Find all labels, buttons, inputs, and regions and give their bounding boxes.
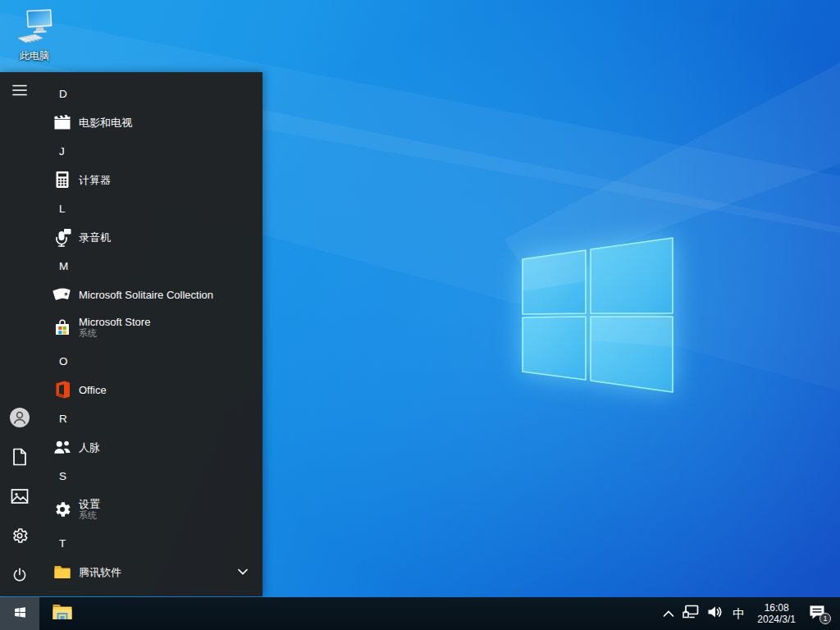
app-list-section-letter[interactable]: W: [39, 586, 262, 596]
movies-tv-icon: [52, 112, 72, 132]
user-avatar-icon: [9, 407, 30, 431]
app-list-item[interactable]: 计算器: [39, 166, 262, 194]
gear-filled-icon: [52, 500, 72, 519]
app-item-label: 计算器: [79, 174, 111, 186]
this-pc-label: 此电脑: [7, 49, 62, 63]
app-list-item[interactable]: Microsoft Store系统: [39, 308, 262, 346]
documents-button[interactable]: [0, 439, 39, 478]
app-item-subtitle: 系统: [79, 510, 100, 521]
start-menu-rail: [0, 72, 39, 596]
app-item-label: Microsoft Solitaire Collection: [79, 289, 213, 301]
voice-recorder-icon: [52, 227, 72, 247]
clock-date: 2024/3/1: [757, 614, 796, 625]
volume-button[interactable]: [703, 597, 727, 630]
expand-menu-button[interactable]: [0, 72, 39, 112]
rail-spacer: [0, 112, 39, 399]
action-center-button[interactable]: 1: [802, 597, 835, 630]
app-item-texts: 人脉: [79, 441, 100, 454]
start-menu: D电影和电视J计算器L录音机M♠Microsoft Solitaire Coll…: [0, 72, 262, 596]
start-button[interactable]: [0, 597, 39, 630]
desktop: 此电脑 D电影和电视J计算器L录音机M♠Microsoft S: [0, 0, 840, 630]
chevron-up-icon: [663, 606, 674, 621]
app-item-label: 电影和电视: [79, 116, 132, 129]
store-icon: [52, 317, 72, 337]
power-button[interactable]: [0, 557, 39, 596]
notification-badge: 1: [819, 613, 831, 624]
network-button[interactable]: [678, 597, 703, 630]
app-item-label: 录音机: [79, 231, 111, 244]
taskbar: 中 16:08 2024/3/1 1: [0, 597, 840, 630]
app-item-texts: Microsoft Solitaire Collection: [79, 289, 213, 301]
clock-time: 16:08: [765, 602, 789, 614]
app-item-texts: 腾讯软件: [79, 566, 121, 578]
app-item-texts: 录音机: [79, 231, 111, 244]
app-item-subtitle: 系统: [79, 328, 150, 339]
app-list-item[interactable]: 设置系统: [39, 491, 262, 528]
app-item-label: 人脉: [79, 441, 100, 454]
file-explorer-icon: [52, 603, 73, 624]
app-list-item[interactable]: 电影和电视: [39, 108, 262, 136]
app-item-label: Office: [79, 384, 107, 396]
app-list-item[interactable]: 腾讯软件: [39, 558, 262, 586]
people-icon: [52, 437, 72, 457]
hamburger-icon: [12, 83, 27, 101]
app-item-label: Microsoft Store: [79, 316, 150, 328]
show-hidden-icons-button[interactable]: [659, 597, 678, 630]
document-icon: [11, 448, 28, 469]
chevron-down-icon: [238, 568, 248, 575]
settings-button[interactable]: [0, 518, 39, 557]
pictures-icon: [11, 488, 29, 508]
calculator-icon: [52, 170, 72, 189]
app-list-item[interactable]: ♠Microsoft Solitaire Collection: [39, 281, 262, 308]
app-list-item[interactable]: 人脉: [39, 433, 262, 461]
computer-icon: [15, 8, 54, 44]
app-list-item[interactable]: Office: [39, 376, 262, 404]
app-list-section-letter[interactable]: S: [39, 461, 262, 491]
folder-icon: [52, 562, 72, 582]
app-list-section-letter[interactable]: T: [39, 528, 262, 558]
app-item-texts: 计算器: [79, 174, 111, 186]
app-list-section-letter[interactable]: D: [39, 79, 262, 108]
app-item-label: 设置: [79, 498, 100, 510]
app-item-texts: 设置系统: [79, 498, 100, 521]
start-menu-app-list: D电影和电视J计算器L录音机M♠Microsoft Solitaire Coll…: [39, 72, 262, 596]
app-list-section-letter[interactable]: J: [39, 136, 262, 166]
clock[interactable]: 16:08 2024/3/1: [751, 597, 802, 630]
power-icon: [11, 566, 29, 587]
office-icon: [52, 380, 72, 399]
network-icon: [682, 605, 699, 623]
pictures-button[interactable]: [0, 478, 39, 518]
app-list-section-letter[interactable]: L: [39, 194, 262, 223]
app-list-section-letter[interactable]: O: [39, 346, 262, 376]
gear-icon: [11, 527, 29, 548]
file-explorer-button[interactable]: [43, 597, 82, 630]
system-tray: 中 16:08 2024/3/1 1: [659, 597, 840, 630]
volume-icon: [707, 605, 723, 622]
this-pc-desktop-icon[interactable]: 此电脑: [7, 8, 62, 63]
ime-indicator[interactable]: 中: [727, 597, 751, 630]
app-list-item[interactable]: 录音机: [39, 223, 262, 251]
app-item-texts: Microsoft Store系统: [79, 316, 150, 339]
windows-start-icon: [13, 605, 27, 623]
app-item-texts: 电影和电视: [79, 116, 132, 129]
user-account-button[interactable]: [0, 399, 39, 439]
app-list-section-letter[interactable]: R: [39, 404, 262, 433]
solitaire-icon: ♠: [52, 285, 72, 304]
app-list-section-letter[interactable]: M: [39, 251, 262, 281]
windows-logo-wallpaper: [517, 232, 678, 398]
app-item-texts: Office: [79, 384, 107, 396]
app-item-label: 腾讯软件: [79, 566, 121, 578]
